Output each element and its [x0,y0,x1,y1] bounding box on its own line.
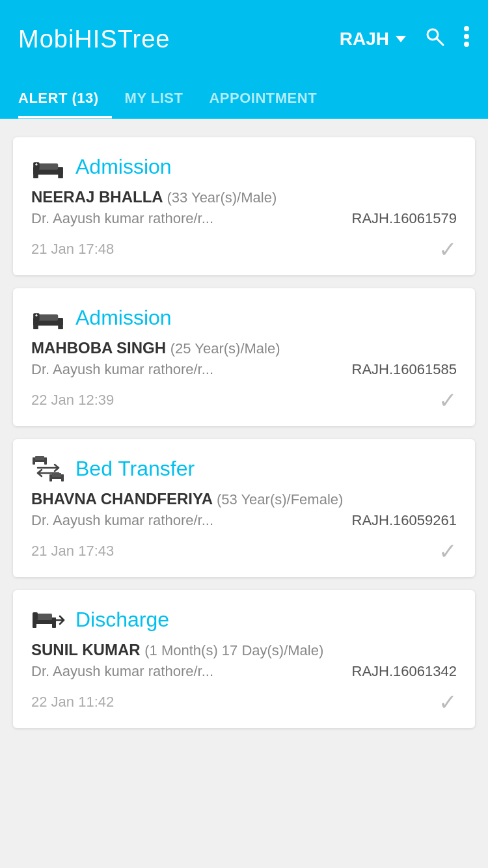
record-id-2: RAJH.16059261 [352,512,457,529]
svg-point-2 [464,26,469,31]
header-actions: RAJH [340,25,470,53]
check-icon-2: ✓ [439,538,457,564]
search-icon[interactable] [424,26,445,52]
tab-appointment[interactable]: APPOINTMENT [196,78,330,118]
card-details-row-3: Dr. Aayush kumar rathore/r... RAJH.16061… [31,663,457,680]
bed-transfer-icon [31,455,65,482]
tab-alert[interactable]: ALERT (13) [18,78,112,118]
record-id-1: RAJH.16061585 [352,361,457,378]
location-label: RAJH [340,29,389,49]
patient-name-0: NEERAJ BHALLA (33 Year(s)/Male) [31,188,457,206]
tab-bar: ALERT (13) MY LIST APPOINTMENT [0,78,488,119]
card-type-label-1: Admission [75,306,172,330]
card-date-0: 21 Jan 17:48 [31,241,114,258]
svg-rect-7 [58,167,63,178]
card-details-row-0: Dr. Aayush kumar rathore/r... RAJH.16061… [31,210,457,227]
card-footer-0: 21 Jan 17:48 ✓ [31,236,457,262]
card-footer-3: 22 Jan 11:42 ✓ [31,689,457,715]
svg-rect-8 [38,163,58,170]
admission-icon [31,153,65,180]
check-icon-1: ✓ [439,387,457,413]
content-area: Admission NEERAJ BHALLA (33 Year(s)/Male… [0,119,488,746]
discharge-icon [31,606,65,633]
card-footer-1: 22 Jan 12:39 ✓ [31,387,457,413]
tab-my-list[interactable]: MY LIST [112,78,197,118]
card-type-label-0: Admission [75,155,172,179]
svg-rect-11 [36,163,36,166]
card-date-2: 21 Jan 17:43 [31,543,114,560]
svg-rect-31 [52,617,56,628]
alert-card-0[interactable]: Admission NEERAJ BHALLA (33 Year(s)/Male… [13,137,475,275]
doctor-label-2: Dr. Aayush kumar rathore/r... [31,512,213,529]
patient-name-1: MAHBOBA SINGH (25 Year(s)/Male) [31,339,457,357]
card-header-3: Discharge [31,606,457,633]
card-details-row-1: Dr. Aayush kumar rathore/r... RAJH.16061… [31,361,457,378]
alert-card-1[interactable]: Admission MAHBOBA SINGH (25 Year(s)/Male… [13,288,475,426]
doctor-label-0: Dr. Aayush kumar rathore/r... [31,210,213,227]
record-id-0: RAJH.16061579 [352,210,457,227]
alert-card-2[interactable]: Bed Transfer BHAVNA CHANDFERIYA (53 Year… [13,439,475,577]
card-header-1: Admission [31,304,457,331]
svg-rect-33 [33,612,38,620]
svg-rect-15 [38,314,58,321]
svg-rect-18 [36,314,36,317]
card-date-3: 22 Jan 11:42 [31,694,114,711]
svg-rect-21 [44,457,47,465]
svg-point-3 [464,34,469,39]
svg-rect-26 [49,474,52,481]
more-options-icon[interactable] [463,25,470,53]
app-header: MobiHISTree RAJH [0,0,488,78]
svg-line-1 [437,38,443,45]
card-type-label-2: Bed Transfer [75,457,195,481]
app-title: MobiHISTree [18,25,170,53]
record-id-3: RAJH.16061342 [352,663,457,680]
check-icon-0: ✓ [439,236,457,262]
card-details-row-2: Dr. Aayush kumar rathore/r... RAJH.16059… [31,512,457,529]
location-selector[interactable]: RAJH [340,29,406,49]
card-header-0: Admission [31,153,457,180]
svg-rect-28 [52,473,61,477]
svg-rect-14 [58,318,63,329]
svg-rect-32 [36,614,52,620]
admission-icon-1 [31,304,65,331]
card-date-1: 22 Jan 12:39 [31,392,114,409]
svg-rect-27 [61,474,64,481]
svg-rect-22 [35,456,44,460]
doctor-label-3: Dr. Aayush kumar rathore/r... [31,663,213,680]
doctor-label-1: Dr. Aayush kumar rathore/r... [31,361,213,378]
card-header-2: Bed Transfer [31,455,457,482]
svg-point-4 [464,42,469,47]
svg-rect-20 [33,457,35,465]
patient-name-3: SUNIL KUMAR (1 Month(s) 17 Day(s)/Male) [31,641,457,659]
card-footer-2: 21 Jan 17:43 ✓ [31,538,457,564]
chevron-down-icon [396,36,406,42]
card-type-label-3: Discharge [75,608,169,632]
patient-name-2: BHAVNA CHANDFERIYA (53 Year(s)/Female) [31,490,457,508]
check-icon-3: ✓ [439,689,457,715]
alert-card-3[interactable]: Discharge SUNIL KUMAR (1 Month(s) 17 Day… [13,590,475,728]
